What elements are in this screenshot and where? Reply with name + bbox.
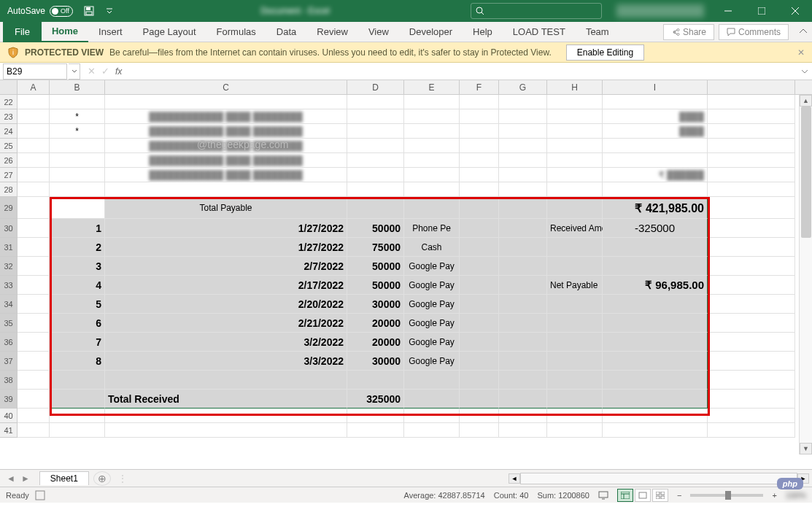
cell[interactable]: Google Pay bbox=[404, 276, 460, 295]
row-header[interactable]: 28 bbox=[0, 182, 18, 197]
save-icon[interactable] bbox=[79, 0, 99, 22]
cell[interactable] bbox=[499, 124, 547, 139]
tab-insert[interactable]: Insert bbox=[88, 22, 133, 42]
cell[interactable]: Total Received bbox=[105, 390, 347, 409]
cell[interactable]: 30000 bbox=[347, 295, 404, 314]
cell[interactable]: 30000 bbox=[347, 352, 404, 371]
cell[interactable] bbox=[460, 168, 499, 182]
cell[interactable] bbox=[547, 352, 603, 371]
tab-page-layout[interactable]: Page Layout bbox=[133, 22, 206, 42]
cell[interactable] bbox=[460, 124, 499, 139]
tab-team[interactable]: Team bbox=[576, 22, 619, 42]
cell[interactable] bbox=[603, 95, 708, 109]
cell[interactable] bbox=[50, 153, 105, 168]
cell[interactable]: ████████████ ████ ████████ bbox=[105, 109, 347, 124]
cell[interactable] bbox=[708, 124, 795, 139]
cell[interactable] bbox=[547, 295, 603, 314]
cell[interactable] bbox=[460, 219, 499, 238]
cell[interactable] bbox=[50, 423, 105, 438]
cell[interactable]: 50000 bbox=[347, 219, 404, 238]
tab-formulas[interactable]: Formulas bbox=[206, 22, 266, 42]
cell[interactable] bbox=[347, 197, 404, 219]
col-header-g[interactable]: G bbox=[499, 80, 547, 94]
qat-dropdown-icon[interactable] bbox=[99, 0, 120, 22]
cell[interactable]: Cash bbox=[404, 238, 460, 257]
cell[interactable] bbox=[50, 390, 105, 409]
cell[interactable] bbox=[499, 182, 547, 197]
cell[interactable] bbox=[347, 109, 404, 124]
cell[interactable] bbox=[460, 95, 499, 109]
cell[interactable]: * bbox=[50, 109, 105, 124]
cell[interactable] bbox=[404, 197, 460, 219]
cell[interactable] bbox=[404, 109, 460, 124]
scroll-down-icon[interactable]: ▼ bbox=[800, 443, 812, 454]
cell[interactable] bbox=[105, 423, 347, 438]
close-button[interactable] bbox=[778, 0, 812, 22]
tab-review[interactable]: Review bbox=[306, 22, 358, 42]
cell[interactable]: 2/17/2022 bbox=[105, 276, 347, 295]
sheet-nav-next-icon[interactable]: ► bbox=[19, 473, 32, 484]
cell[interactable]: 3/3/2022 bbox=[105, 352, 347, 371]
row-header[interactable]: 34 bbox=[0, 295, 18, 314]
cell[interactable] bbox=[460, 333, 499, 352]
cell[interactable] bbox=[603, 238, 708, 257]
tab-data[interactable]: Data bbox=[266, 22, 306, 42]
cell[interactable] bbox=[708, 168, 795, 182]
cell[interactable] bbox=[50, 182, 105, 197]
cell[interactable] bbox=[347, 139, 404, 153]
cell[interactable] bbox=[404, 182, 460, 197]
collapse-ribbon-icon[interactable] bbox=[794, 28, 812, 36]
row-header[interactable]: 22 bbox=[0, 95, 18, 109]
cell[interactable] bbox=[547, 371, 603, 390]
cell[interactable] bbox=[460, 197, 499, 219]
cell[interactable]: 5 bbox=[50, 295, 105, 314]
tab-view[interactable]: View bbox=[358, 22, 399, 42]
row-header[interactable]: 37 bbox=[0, 352, 18, 371]
enter-formula-icon[interactable]: ✓ bbox=[101, 66, 109, 77]
cell[interactable] bbox=[460, 295, 499, 314]
cell[interactable] bbox=[105, 409, 347, 423]
cell[interactable] bbox=[18, 314, 50, 333]
cell[interactable]: ████ bbox=[603, 109, 708, 124]
autosave-toggle[interactable]: Off bbox=[50, 6, 73, 17]
cell[interactable]: 3 bbox=[50, 257, 105, 276]
col-header-d[interactable]: D bbox=[347, 80, 404, 94]
scroll-thumb[interactable] bbox=[801, 107, 811, 238]
cell[interactable] bbox=[708, 333, 795, 352]
cell[interactable] bbox=[460, 314, 499, 333]
cell[interactable]: 4 bbox=[50, 276, 105, 295]
cell[interactable] bbox=[708, 238, 795, 257]
cell[interactable] bbox=[499, 139, 547, 153]
row-header[interactable]: 27 bbox=[0, 168, 18, 182]
col-header-h[interactable]: H bbox=[547, 80, 603, 94]
cell[interactable] bbox=[603, 182, 708, 197]
maximize-button[interactable] bbox=[745, 0, 778, 22]
cell[interactable] bbox=[347, 124, 404, 139]
cell[interactable] bbox=[708, 219, 795, 238]
fx-icon[interactable]: fx bbox=[115, 66, 122, 77]
cell[interactable] bbox=[499, 333, 547, 352]
cell[interactable] bbox=[603, 423, 708, 438]
cell[interactable] bbox=[347, 182, 404, 197]
name-box-dropdown[interactable] bbox=[69, 63, 80, 80]
cell[interactable] bbox=[499, 390, 547, 409]
row-header[interactable]: 36 bbox=[0, 333, 18, 352]
cell[interactable]: 1/27/2022 bbox=[105, 238, 347, 257]
cell[interactable] bbox=[347, 153, 404, 168]
cell[interactable] bbox=[708, 352, 795, 371]
cell[interactable] bbox=[547, 182, 603, 197]
cell[interactable] bbox=[347, 371, 404, 390]
cell[interactable]: 7 bbox=[50, 333, 105, 352]
cell[interactable] bbox=[460, 238, 499, 257]
cell[interactable] bbox=[499, 314, 547, 333]
row-header[interactable]: 41 bbox=[0, 423, 18, 438]
cell[interactable] bbox=[404, 124, 460, 139]
cell[interactable] bbox=[347, 95, 404, 109]
cell[interactable]: 75000 bbox=[347, 238, 404, 257]
cell[interactable] bbox=[50, 409, 105, 423]
cell[interactable] bbox=[547, 139, 603, 153]
cell[interactable] bbox=[708, 109, 795, 124]
row-header[interactable]: 38 bbox=[0, 371, 18, 390]
cell[interactable] bbox=[404, 95, 460, 109]
cell[interactable] bbox=[499, 238, 547, 257]
